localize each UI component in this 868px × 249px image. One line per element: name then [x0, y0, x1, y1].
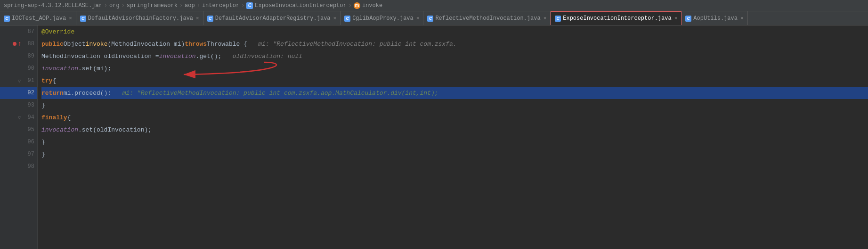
gutter-line-96: 96 [0, 136, 37, 148]
keyword-token: throws [185, 41, 207, 48]
tab-reflective[interactable]: C ReflectiveMethodInvocation.java × [423, 11, 551, 25]
tab-label: ExposeInvocationInterceptor.java [563, 15, 671, 22]
code-token: .set(oldInvocation); [78, 126, 152, 133]
breadcrumb-org[interactable]: org [109, 2, 120, 9]
gutter-line-88: ↑ 88 [0, 38, 37, 50]
tab-expose[interactable]: C ExposeInvocationInterceptor.java × [551, 11, 681, 25]
line-number: 93 [23, 102, 34, 108]
code-line-87: @Override [41, 25, 868, 38]
code-line-98 [41, 160, 868, 173]
tab-class-icon: C [427, 16, 433, 22]
tab-bar: C IOCTest_AOP.java × C DefaultAdvisorCha… [0, 11, 868, 25]
line-number: 94 [23, 114, 34, 121]
gutter-line-92: 92 [0, 87, 37, 99]
fold-arrow-icon[interactable]: ▽ [17, 115, 22, 120]
var-token: invocation [41, 126, 78, 133]
annotation-token: @Override [41, 28, 74, 35]
tab-close-icon[interactable]: × [69, 16, 72, 21]
code-token: MethodInvocation oldInvocation = [41, 53, 159, 60]
tab-label: DefaultAdvisorAdapterRegistry.java [215, 15, 331, 22]
tab-cglib[interactable]: C CglibAopProxy.java × [341, 11, 423, 25]
line-number: 92 [23, 90, 34, 96]
var-token: invocation [41, 65, 78, 72]
tab-class-icon: C [4, 16, 10, 22]
code-line-91: try { [41, 75, 868, 87]
code-token: mi.proceed(); [64, 90, 111, 97]
tab-ioctest[interactable]: C IOCTest_AOP.java × [0, 11, 76, 25]
code-token: Throwable { [207, 41, 247, 48]
line-number: 89 [23, 53, 34, 59]
gutter-line-90: 90 [0, 62, 37, 75]
tab-close-icon[interactable]: × [544, 16, 547, 21]
gutter-line-91: ▽ 91 [0, 75, 37, 87]
code-token: .set(mi); [78, 65, 111, 72]
debug-value: oldInvocation: null [221, 53, 302, 60]
code-token: .get(); [196, 53, 222, 60]
keyword-token: try [41, 77, 52, 84]
tab-label: ReflectiveMethodInvocation.java [435, 15, 540, 22]
line-number: 97 [23, 151, 34, 158]
editor-wrapper: @Override public Object invoke(MethodInv… [38, 25, 868, 249]
fold-arrow-icon[interactable]: ▽ [17, 78, 22, 83]
code-token [41, 163, 45, 170]
tab-class-icon: C [344, 16, 350, 22]
breadcrumb-class[interactable]: ExposeInvocationInterceptor [255, 2, 346, 9]
line-number: 87 [23, 28, 34, 35]
tab-class-icon: C [80, 16, 86, 22]
breadcrumb-aop[interactable]: aop [185, 2, 195, 9]
code-line-88: public Object invoke(MethodInvocation mi… [41, 38, 868, 50]
debug-arrow-icon: ↑ [18, 40, 22, 48]
tab-class-icon: C [555, 16, 561, 22]
code-token: (MethodInvocation mi) [107, 41, 185, 48]
breadcrumb-jar[interactable]: spring-aop-4.3.12.RELEASE.jar [4, 2, 102, 9]
breadcrumb-method[interactable]: invoke [362, 2, 382, 9]
tab-defaultadvisor[interactable]: C DefaultAdvisorChainFactory.java × [76, 11, 203, 25]
tab-close-icon[interactable]: × [740, 16, 744, 21]
gutter-line-95: 95 [0, 124, 37, 136]
code-line-90: invocation.set(mi); [41, 62, 868, 75]
code-line-94: finally { [41, 111, 868, 124]
editor-area: 87 ↑ 88 89 90 ▽ 91 92 93 ▽ 9 [0, 25, 868, 249]
tab-label: IOCTest_AOP.java [12, 15, 66, 22]
breadcrumb-bar: spring-aop-4.3.12.RELEASE.jar › org › sp… [0, 0, 868, 11]
line-number: 91 [23, 77, 34, 84]
code-line-97: } [41, 148, 868, 160]
gutter-line-89: 89 [0, 50, 37, 62]
breadcrumb-springframework[interactable]: springframework [127, 2, 178, 9]
tab-close-icon[interactable]: × [674, 16, 678, 21]
method-icon: m [354, 2, 360, 9]
code-token: { [67, 114, 71, 121]
gutter-line-93: 93 [0, 99, 37, 111]
debug-value: mi: "ReflectiveMethodInvocation: public … [247, 41, 457, 48]
code-token: Object [64, 41, 86, 48]
tab-class-icon: C [685, 16, 691, 22]
tab-label: CglibAopProxy.java [352, 15, 414, 22]
tab-close-icon[interactable]: × [196, 16, 199, 21]
code-line-96: } [41, 136, 868, 148]
line-number: 90 [23, 65, 34, 72]
code-token: } [41, 102, 45, 109]
breakpoint-dot[interactable] [13, 42, 16, 46]
code-token: { [52, 77, 56, 84]
keyword-token: finally [41, 114, 67, 121]
tab-close-icon[interactable]: × [416, 16, 420, 21]
code-line-92: return mi.proceed(); mi: "ReflectiveMeth… [41, 87, 868, 99]
code-line-95: invocation.set(oldInvocation); [41, 124, 868, 136]
keyword-token: return [41, 90, 64, 97]
var-token: invocation [159, 53, 196, 60]
line-gutter: 87 ↑ 88 89 90 ▽ 91 92 93 ▽ 9 [0, 25, 38, 249]
line-number: 88 [23, 41, 34, 47]
code-line-89: MethodInvocation oldInvocation = invocat… [41, 50, 868, 62]
gutter-line-94: ▽ 94 [0, 111, 37, 124]
line-number: 98 [23, 163, 34, 170]
tab-class-icon: C [207, 16, 213, 22]
breadcrumb-interceptor[interactable]: interceptor [202, 2, 239, 9]
keyword-token: public [41, 41, 64, 48]
code-token: } [41, 139, 45, 146]
code-area[interactable]: @Override public Object invoke(MethodInv… [38, 25, 868, 249]
tab-defaultadvisoradapter[interactable]: C DefaultAdvisorAdapterRegistry.java × [203, 11, 341, 25]
line-number: 96 [23, 139, 34, 145]
tab-close-icon[interactable]: × [333, 16, 337, 21]
tab-aoputils[interactable]: C AopUtils.java × [681, 11, 747, 25]
tab-label: AopUtils.java [693, 15, 738, 22]
